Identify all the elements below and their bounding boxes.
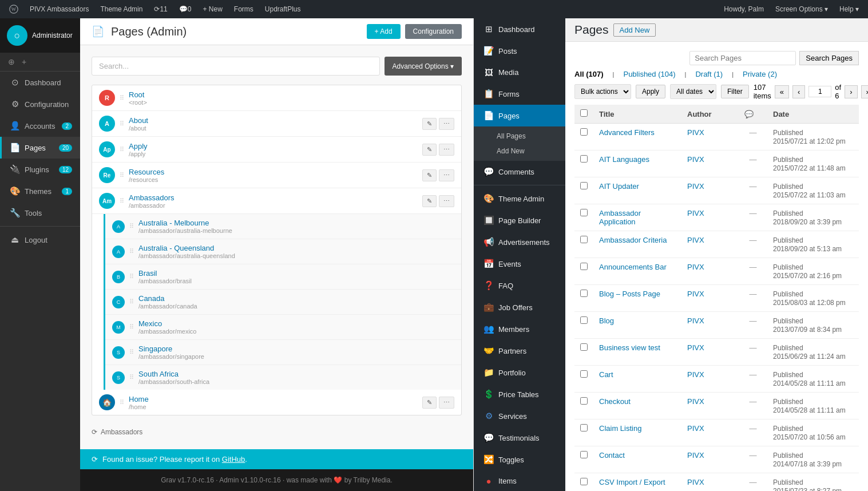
wp-menu-dashboard[interactable]: ⊞ Dashboard [474,18,565,40]
sidebar-item-dashboard[interactable]: ⊙ Dashboard [0,72,80,93]
page-number-input[interactable] [808,86,831,97]
page-title-link[interactable]: Blog – Posts Page [599,290,660,298]
wp-menu-advertisements[interactable]: 📢 Advertisements [474,231,565,253]
page-name-root[interactable]: Root [129,90,454,99]
drag-handle-resources[interactable]: ⠿ [120,172,124,179]
sidebar-item-themes[interactable]: 🎨 Themes 1 [0,180,80,202]
grav-nav-add-icon[interactable]: + [22,57,26,66]
page-title-link[interactable]: Ambassador Application [599,209,641,226]
bar-forms[interactable]: Forms [229,0,258,18]
page-name-about[interactable]: About [129,116,418,125]
page-name-resources[interactable]: Resources [129,168,418,176]
sidebar-item-tools[interactable]: 🔧 Tools [0,202,80,224]
sidebar-item-configuration[interactable]: ⚙ Configuration [0,93,80,115]
page-more-apply[interactable]: ⋯ [439,144,454,156]
wp-menu-toggles[interactable]: 🔀 Toggles [474,449,565,470]
col-header-date[interactable]: Date [767,105,859,124]
row-checkbox[interactable] [580,316,588,324]
author-link[interactable]: PIVX [687,155,704,164]
row-checkbox[interactable] [580,451,588,458]
apply-btn[interactable]: Apply [636,85,665,98]
wp-menu-testimonials[interactable]: 💬 Testimonials [474,427,565,449]
wp-menu-theme-admin[interactable]: 🎨 Theme Admin [474,188,565,209]
page-name-singapore[interactable]: Singapore [138,345,454,353]
grav-add-btn[interactable]: + Add [367,24,401,39]
grav-nav-home-icon[interactable]: ⊕ [8,57,15,66]
filter-btn[interactable]: Filter [721,85,749,98]
page-name-ambassadors[interactable]: Ambassadors [129,193,418,202]
row-checkbox[interactable] [580,424,588,431]
drag-handle-canada[interactable]: ⠿ [129,298,134,306]
row-checkbox[interactable] [580,263,588,270]
page-name-mexico[interactable]: Mexico [138,319,454,328]
drag-handle-home[interactable]: ⠿ [120,399,124,406]
author-link[interactable]: PIVX [687,424,704,433]
page-title-link[interactable]: Claim Listing [599,424,641,433]
page-title-link[interactable]: Cart [599,370,613,379]
page-title-link[interactable]: Advanced Filters [599,128,655,137]
wp-menu-job-offers[interactable]: 💼 Job Offers [474,296,565,318]
author-link[interactable]: PIVX [687,263,704,271]
dates-select[interactable]: All dates [670,84,716,99]
wp-logo[interactable]: W [5,0,23,18]
author-link[interactable]: PIVX [687,209,704,217]
pag-next-last[interactable]: » [861,85,868,98]
wp-menu-add-page[interactable]: Add New [474,144,565,159]
author-link[interactable]: PIVX [687,290,704,298]
bar-theme-admin[interactable]: Theme Admin [96,0,147,18]
wp-menu-items[interactable]: ● Items [474,470,565,491]
pag-next[interactable]: › [845,85,857,98]
page-title-link[interactable]: CSV Import / Export [599,478,665,486]
github-link[interactable]: GitHub [222,455,245,464]
author-link[interactable]: PIVX [687,343,704,352]
wp-menu-price-tables[interactable]: 💲 Price Tables [474,383,565,405]
filter-all[interactable]: All (107) [574,70,604,78]
row-checkbox[interactable] [580,209,588,216]
page-more-about[interactable]: ⋯ [439,118,454,130]
col-header-comments[interactable]: 💬 [739,105,767,124]
wp-menu-media[interactable]: 🖼 Media [474,62,565,83]
page-edit-resources[interactable]: ✎ [422,169,437,181]
row-checkbox[interactable] [580,128,588,136]
select-all-checkbox[interactable] [580,109,588,117]
wp-menu-faq[interactable]: ❓ FAQ [474,275,565,296]
help-btn-bar[interactable]: Help ▾ [835,0,863,18]
bulk-actions-select[interactable]: Bulk actions [574,84,631,99]
page-name-au-melb[interactable]: Australia - Melbourne [138,219,454,227]
wp-menu-services[interactable]: ⚙ Services [474,405,565,427]
filter-published[interactable]: Published (104) [623,70,675,78]
page-edit-apply[interactable]: ✎ [422,144,437,156]
page-title-link[interactable]: AIT Updater [599,182,639,191]
bar-updraft[interactable]: UpdraftPlus [260,0,306,18]
row-checkbox[interactable] [580,478,588,485]
author-link[interactable]: PIVX [687,451,704,460]
drag-handle-au-qld[interactable]: ⠿ [129,248,134,255]
wp-menu-comments[interactable]: 💬 Comments [474,161,565,183]
drag-handle-about[interactable]: ⠿ [120,120,124,128]
page-title-link[interactable]: Checkout [599,397,631,406]
wp-menu-page-builder[interactable]: 🔲 Page Builder [474,209,565,231]
sidebar-item-accounts[interactable]: 👤 Accounts 2 [0,115,80,137]
col-header-title[interactable]: Title [593,105,681,124]
drag-handle-root[interactable]: ⠿ [120,94,124,102]
row-checkbox[interactable] [580,343,588,351]
wp-menu-pages[interactable]: 📄 Pages [474,105,565,126]
author-link[interactable]: PIVX [687,316,704,325]
drag-handle-south-africa[interactable]: ⠿ [129,374,134,381]
page-edit-home[interactable]: ✎ [422,397,437,409]
bar-comments[interactable]: 💬 0 [175,0,196,18]
row-checkbox[interactable] [580,155,588,163]
screen-options-btn[interactable]: Screen Options ▾ [771,0,833,18]
search-pages-button[interactable]: Search Pages [799,51,859,65]
wp-menu-events[interactable]: 📅 Events [474,253,565,275]
filter-draft[interactable]: Draft (1) [695,70,723,78]
wp-menu-members[interactable]: 👥 Members [474,318,565,340]
author-link[interactable]: PIVX [687,128,704,137]
row-checkbox[interactable] [580,236,588,243]
wp-menu-posts[interactable]: 📝 Posts [474,40,565,62]
drag-handle-ambassadors[interactable]: ⠿ [120,197,124,205]
wp-add-new-btn[interactable]: Add New [613,23,656,37]
sidebar-item-logout[interactable]: ⏏ Logout [0,229,80,251]
row-checkbox[interactable] [580,290,588,297]
wp-menu-all-pages[interactable]: All Pages [474,129,565,144]
